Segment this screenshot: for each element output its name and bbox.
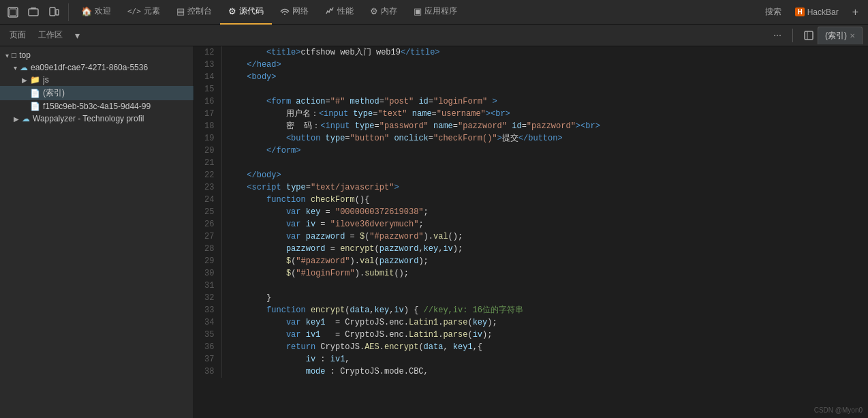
elements-icon: </>	[127, 7, 141, 16]
table-row: 38 mode : CryptoJS.mode.CBC,	[194, 365, 868, 378]
application-icon: ▣	[414, 6, 422, 16]
page-nav-button[interactable]: 页面	[5, 28, 30, 42]
svg-point-6	[284, 14, 285, 15]
table-row: 36 return CryptoJS.AES.encrypt(data, key…	[194, 341, 868, 353]
svg-rect-7	[805, 31, 813, 40]
code-content[interactable]: 12 <title>ctfshow web入门 web19</title> 13…	[194, 46, 868, 418]
table-row: 23 <script type="text/javascript">	[194, 181, 868, 194]
tree-item-index[interactable]: ▶ 📄 (索引)	[0, 86, 193, 100]
watermark: CSDN @Myon0	[814, 406, 863, 414]
main-layout: ▾ □ top ▾ ☁ ea09e1df-cae7-4271-860a-5536…	[0, 46, 868, 418]
table-row: 17 用户名：<input type="text" name="username…	[194, 108, 868, 120]
memory-icon: ⚙	[370, 6, 378, 16]
table-row: 24 function checkForm(){	[194, 194, 868, 206]
add-tab-button[interactable]: +	[847, 6, 864, 18]
breadcrumb-dropdown[interactable]: ▾	[71, 29, 84, 42]
tab-memory[interactable]: ⚙ 内存	[362, 0, 405, 25]
tree-item-file2[interactable]: ▶ 📄 f158c9eb-5b3c-4a15-9d44-99	[0, 100, 193, 113]
source-file-tab[interactable]: (索引) ✕	[818, 27, 863, 44]
file-tree: ▾ □ top ▾ ☁ ea09e1df-cae7-4271-860a-5536…	[0, 46, 193, 418]
search-area[interactable]: 搜索	[760, 6, 787, 18]
table-row: 20 </form>	[194, 145, 868, 157]
svg-rect-2	[29, 9, 38, 16]
arrow-icon: ▶	[14, 115, 19, 123]
folder-icon: 📁	[30, 75, 40, 85]
arrow-icon: ▾	[14, 64, 17, 72]
home-icon: 🏠	[81, 6, 92, 16]
more-options-button[interactable]: ⋯	[769, 29, 786, 42]
top-toolbar: 🏠 欢迎 </> 元素 ▤ 控制台 ⚙ 源代码 网络	[0, 0, 868, 25]
network-icon	[280, 5, 290, 17]
sources-icon: ⚙	[228, 6, 236, 16]
svg-rect-3	[31, 8, 36, 9]
table-row: 32 }	[194, 292, 868, 304]
tab-network[interactable]: 网络	[272, 0, 317, 25]
screenshot-icon[interactable]	[25, 3, 42, 21]
table-row: 13 </head>	[194, 59, 868, 71]
file-tree-sidebar: ▾ □ top ▾ ☁ ea09e1df-cae7-4271-860a-5536…	[0, 46, 194, 418]
tab-console[interactable]: ▤ 控制台	[168, 0, 220, 25]
hackbar-tab[interactable]: H HackBar	[788, 8, 845, 17]
folder-closed-icon: □	[12, 50, 16, 60]
tree-item-domain[interactable]: ▾ ☁ ea09e1df-cae7-4271-860a-5536	[0, 61, 193, 74]
table-row: 34 var key1 = CryptoJS.enc.Latin1.parse(…	[194, 316, 868, 329]
arrow-icon: ▶	[22, 76, 27, 84]
table-row: 27 var pazzword = $("#pazzword").val();	[194, 230, 868, 243]
table-row: 25 var key = "0000000372619038";	[194, 206, 868, 218]
cloud-icon: ☁	[22, 114, 30, 123]
close-tab-button[interactable]: ✕	[850, 32, 855, 40]
tab-application[interactable]: ▣ 应用程序	[405, 0, 465, 25]
tab-sources[interactable]: ⚙ 源代码	[220, 0, 272, 25]
device-icon[interactable]	[45, 3, 63, 21]
performance-icon	[325, 5, 335, 17]
tab-performance[interactable]: 性能	[317, 0, 362, 25]
table-row: 15	[194, 83, 868, 95]
second-toolbar: 页面 工作区 ▾ ⋯ (索引) ✕	[0, 25, 868, 46]
panel-toggle[interactable]	[800, 29, 818, 42]
cursor-icon[interactable]	[4, 3, 22, 21]
table-row: 29 $("#pazzword").val(pazzword);	[194, 255, 868, 267]
cloud-icon: ☁	[20, 63, 28, 72]
table-row: 21	[194, 157, 868, 169]
tree-item-js-folder[interactable]: ▶ 📁 js	[0, 74, 193, 86]
table-row: 14 <body>	[194, 71, 868, 83]
source-tab-bar: (索引) ✕	[800, 27, 863, 44]
workspace-nav-button[interactable]: 工作区	[34, 28, 67, 42]
tree-item-top[interactable]: ▾ □ top	[0, 49, 193, 61]
table-row: 35 var iv1 = CryptoJS.enc.Latin1.parse(i…	[194, 329, 868, 341]
tab-elements[interactable]: </> 元素	[119, 0, 168, 25]
table-row: 31	[194, 280, 868, 292]
arrow-icon: ▾	[5, 52, 9, 59]
table-row: 16 <form action="#" method="post" id="lo…	[194, 95, 868, 108]
file-icon: 📄	[30, 89, 40, 98]
hackbar-icon: H	[795, 8, 804, 16]
table-row: 18 密 码：<input type="password" name="pazz…	[194, 120, 868, 132]
code-editor: 12 <title>ctfshow web入门 web19</title> 13…	[194, 46, 868, 418]
table-row: 26 var iv = "ilove36dverymuch";	[194, 218, 868, 230]
tab-welcome[interactable]: 🏠 欢迎	[73, 0, 119, 25]
table-row: 12 <title>ctfshow web入门 web19</title>	[194, 46, 868, 59]
svg-rect-4	[50, 8, 55, 16]
table-row: 22 </body>	[194, 169, 868, 181]
table-row: 33 function encrypt(data,key,iv) { //key…	[194, 304, 868, 316]
console-icon: ▤	[176, 6, 185, 16]
file-icon: 📄	[30, 102, 40, 111]
devtools-icons	[4, 3, 69, 21]
main-tab-bar: 🏠 欢迎 </> 元素 ▤ 控制台 ⚙ 源代码 网络	[73, 0, 758, 25]
table-row: 30 $("#loginForm").submit();	[194, 267, 868, 280]
table-row: 19 <button type="button" onclick="checkF…	[194, 132, 868, 145]
divider	[792, 29, 793, 42]
tree-item-wappalyzer[interactable]: ▶ ☁ Wappalyzer - Technology profil	[0, 113, 193, 125]
table-row: 37 iv : iv1,	[194, 353, 868, 365]
svg-rect-1	[10, 9, 16, 16]
code-table: 12 <title>ctfshow web入门 web19</title> 13…	[194, 46, 868, 378]
svg-rect-5	[56, 10, 59, 15]
table-row: 28 pazzword = encrypt(pazzword,key,iv);	[194, 243, 868, 255]
